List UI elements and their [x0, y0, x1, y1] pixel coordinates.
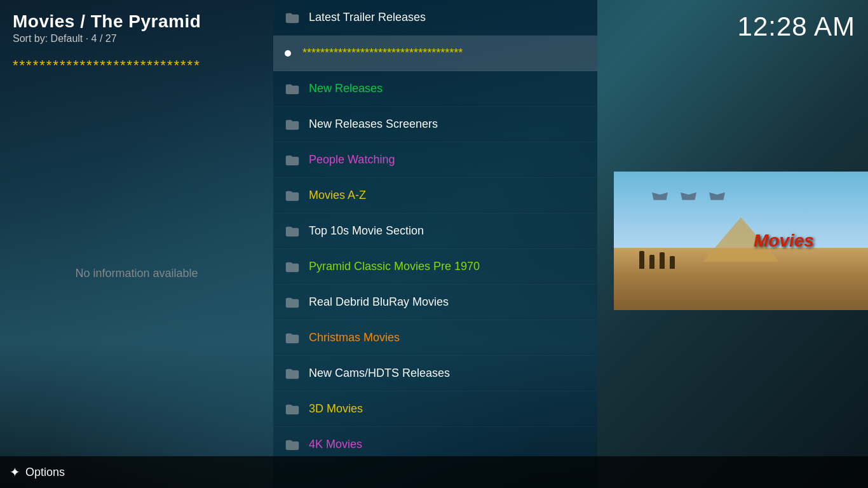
options-label[interactable]: Options: [25, 466, 65, 479]
list-item[interactable]: New Releases: [273, 71, 597, 107]
folder-icon: [285, 261, 300, 273]
options-icon: ✦: [10, 464, 20, 480]
bottom-bar: ✦ Options: [0, 456, 868, 488]
ship-1: [652, 193, 668, 200]
folder-icon: [285, 83, 300, 95]
figure-4: [670, 256, 675, 269]
list-item[interactable]: 3D Movies: [273, 391, 597, 427]
app-title: Movies / The Pyramid: [13, 11, 201, 32]
item-label: Top 10s Movie Section: [309, 224, 424, 238]
ship-2: [681, 193, 696, 200]
figure-3: [660, 252, 665, 269]
figure-1: [639, 251, 644, 269]
folder-icon: [285, 367, 300, 380]
folder-icon: [285, 189, 300, 202]
folder-icon: [285, 296, 300, 309]
no-info-label: No information available: [75, 267, 198, 280]
item-label: Movies A-Z: [309, 189, 366, 202]
item-label: Christmas Movies: [309, 331, 400, 344]
item-label: 3D Movies: [309, 402, 363, 416]
list-panel: Latest Trailer Releases*****************…: [273, 0, 597, 488]
list-item[interactable]: New Releases Screeners: [273, 107, 597, 142]
sort-info: Sort by: Default · 4 / 27: [13, 33, 201, 44]
thumb-figures: [639, 251, 675, 269]
item-label: New Releases: [309, 82, 383, 95]
list-item[interactable]: Pyramid Classic Movies Pre 1970: [273, 249, 597, 285]
item-label: Real Debrid BluRay Movies: [309, 295, 449, 309]
left-panel: No information available: [0, 89, 273, 458]
list-item[interactable]: New Cams/HDTS Releases: [273, 356, 597, 391]
thumb-ships: [652, 193, 725, 200]
ship-3: [709, 193, 725, 200]
thumbnail-panel: Movies: [614, 172, 868, 310]
item-label: Pyramid Classic Movies Pre 1970: [309, 260, 480, 273]
item-label: 4K Movies: [309, 438, 362, 451]
stars-row: ****************************: [13, 57, 201, 74]
folder-icon: [285, 438, 300, 451]
list-item[interactable]: Movies A-Z: [273, 178, 597, 214]
header: Movies / The Pyramid Sort by: Default · …: [0, 0, 868, 56]
figure-2: [649, 255, 654, 269]
item-label: People Watching: [309, 153, 395, 166]
list-item[interactable]: Christmas Movies: [273, 320, 597, 356]
list-item[interactable]: People Watching: [273, 142, 597, 178]
folder-icon: [285, 154, 300, 166]
folder-icon: [285, 403, 300, 416]
item-label: New Releases Screeners: [309, 118, 438, 131]
folder-icon: [285, 225, 300, 238]
thumb-title: Movies: [754, 231, 814, 251]
title-block: Movies / The Pyramid Sort by: Default · …: [13, 11, 201, 44]
folder-icon: [285, 118, 300, 131]
clock: 12:28 AM: [738, 11, 855, 42]
list-item[interactable]: Real Debrid BluRay Movies: [273, 285, 597, 320]
list-item[interactable]: Top 10s Movie Section: [273, 214, 597, 249]
thumbnail-image: Movies: [614, 172, 868, 310]
folder-icon: [285, 332, 300, 344]
item-label: New Cams/HDTS Releases: [309, 367, 450, 380]
